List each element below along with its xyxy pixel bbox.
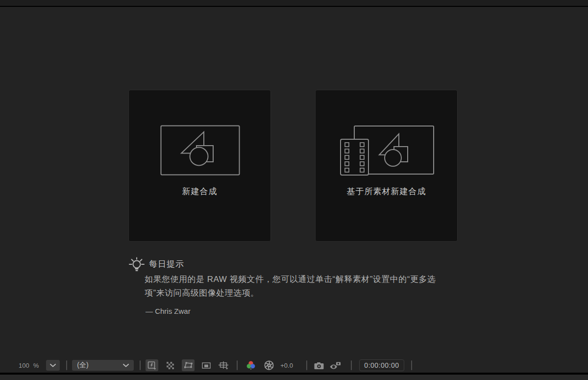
mask-visibility-button[interactable] bbox=[182, 359, 195, 371]
toolbar-separator bbox=[411, 360, 412, 370]
magnification-dropdown[interactable] bbox=[46, 360, 60, 371]
tip-line-1: 如果您使用的是 RAW 视频文件，您可以通过单击“解释素材”设置中的“更多选 bbox=[145, 273, 436, 286]
eye-snapshot-icon bbox=[329, 361, 342, 370]
region-of-interest-icon bbox=[202, 362, 211, 369]
resolution-dropdown[interactable]: (全) bbox=[72, 360, 134, 371]
grid-guides-icon bbox=[219, 361, 229, 370]
panel-top-edge bbox=[0, 0, 588, 6]
toolbar-separator bbox=[351, 360, 352, 370]
toolbar-separator bbox=[140, 360, 141, 370]
panel-bottom-edge bbox=[0, 375, 588, 380]
show-snapshot-button[interactable] bbox=[329, 359, 342, 371]
new-composition-card[interactable]: 新建合成 bbox=[128, 90, 271, 242]
tip-body: 如果您使用的是 RAW 视频文件，您可以通过单击“解释素材”设置中的“更多选 项… bbox=[145, 273, 436, 300]
exposure-value[interactable]: +0.0 bbox=[280, 362, 293, 369]
composition-panel: 新建合成 基于所素材新建合成 bbox=[0, 0, 588, 380]
toolbar-separator bbox=[306, 360, 307, 370]
magnification-value: 100% bbox=[19, 362, 39, 369]
current-time-field[interactable]: 0:00:00:00 bbox=[359, 359, 404, 371]
tip-title: 每日提示 bbox=[149, 258, 184, 270]
new-composition-from-footage-icon bbox=[339, 125, 435, 176]
mask-shape-icon bbox=[183, 361, 194, 369]
new-composition-from-footage-label: 基于所素材新建合成 bbox=[316, 186, 457, 197]
chevron-down-icon bbox=[50, 364, 56, 367]
exposure-reset-button[interactable] bbox=[263, 359, 275, 371]
new-composition-from-footage-card[interactable]: 基于所素材新建合成 bbox=[315, 90, 458, 242]
aperture-icon bbox=[264, 360, 274, 371]
fast-previews-button[interactable] bbox=[146, 359, 158, 371]
toolbar-separator bbox=[66, 360, 67, 370]
new-composition-icon bbox=[160, 125, 241, 176]
chevron-down-icon bbox=[123, 364, 129, 367]
fast-previews-icon bbox=[147, 361, 157, 370]
camera-icon bbox=[314, 361, 324, 370]
lightbulb-icon bbox=[128, 257, 145, 274]
panel-top-divider bbox=[0, 6, 588, 7]
region-of-interest-button[interactable] bbox=[200, 359, 213, 371]
tip-line-2: 项”来访问高级图像处理选项。 bbox=[145, 286, 436, 300]
tip-author: — Chris Zwar bbox=[146, 307, 191, 315]
new-composition-label: 新建合成 bbox=[129, 186, 270, 197]
rgb-channels-icon bbox=[246, 361, 256, 370]
take-snapshot-button[interactable] bbox=[313, 359, 325, 371]
toolbar-separator bbox=[237, 360, 238, 370]
checkerboard-icon bbox=[167, 362, 174, 369]
grid-guide-options-button[interactable] bbox=[218, 359, 230, 371]
resolution-value: (全) bbox=[77, 361, 88, 370]
transparency-grid-button[interactable] bbox=[164, 359, 176, 371]
composition-toolbar: 100% (全) bbox=[0, 358, 588, 373]
show-channel-button[interactable] bbox=[245, 359, 257, 371]
